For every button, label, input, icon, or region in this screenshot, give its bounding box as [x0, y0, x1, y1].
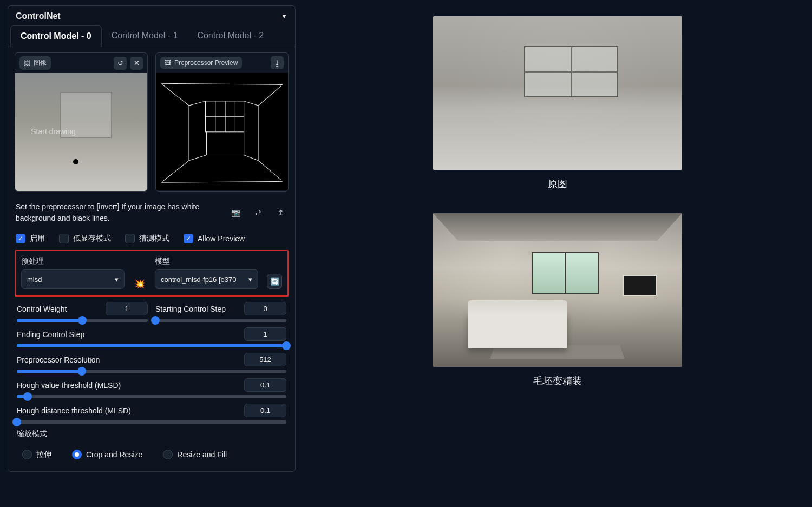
preview-label-pill: 🖼 Preprocessor Preview — [160, 57, 242, 69]
slider-start-step[interactable]: Starting Control Step 0 — [155, 302, 286, 322]
checkbox-allow-preview[interactable]: ✓ Allow Preview — [184, 234, 245, 243]
slider-control-weight[interactable]: Control Weight 1 — [17, 302, 148, 322]
checkbox-guess[interactable]: 猜测模式 — [125, 234, 169, 243]
preproc-label: 预处理 — [21, 256, 125, 266]
tab-model-2[interactable]: Control Model - 2 — [187, 25, 273, 47]
checkbox-lowvram[interactable]: 低显存模式 — [59, 234, 111, 243]
tab-model-0[interactable]: Control Model - 0 — [10, 25, 102, 47]
value-end-step[interactable]: 1 — [244, 327, 286, 341]
chevron-down-icon: ▾ — [248, 275, 252, 284]
image-icon: 🖼 — [165, 59, 171, 67]
swap-icon[interactable]: ⇄ — [252, 207, 265, 218]
value-hough-distance[interactable]: 0.1 — [244, 404, 286, 417]
finished-image — [433, 213, 682, 367]
radio-stretch[interactable]: 拉伸 — [17, 446, 57, 463]
close-icon[interactable]: ✕ — [130, 57, 143, 70]
model-select[interactable]: control_mlsd-fp16 [e370 ▾ — [155, 269, 258, 289]
radio-crop-resize[interactable]: Crop and Resize — [67, 446, 148, 463]
send-up-icon[interactable]: ↥ — [274, 207, 287, 218]
hint-text: Set the preprocessor to [invert] If your… — [16, 201, 219, 224]
refresh-model-button[interactable]: 🔄 — [267, 274, 282, 289]
preview-image — [156, 73, 288, 190]
original-caption: 原图 — [433, 177, 682, 190]
checkbox-enable[interactable]: ✓ 启用 — [16, 234, 45, 243]
slider-hough-value[interactable]: Hough value threshold (MLSD) 0.1 — [17, 378, 286, 398]
panel-title: ControlNet — [16, 11, 61, 21]
value-start-step[interactable]: 0 — [244, 302, 286, 315]
undo-icon[interactable]: ↺ — [114, 57, 127, 70]
preview-image-box: 🖼 Preprocessor Preview ⭳ — [155, 52, 289, 192]
image-icon: 🖼 — [24, 60, 30, 67]
slider-end-step[interactable]: Ending Control Step 1 — [17, 327, 286, 347]
image-label-pill: 🖼 图像 — [19, 56, 51, 70]
finished-caption: 毛坯变精装 — [433, 374, 682, 387]
tabs: Control Model - 0 Control Model - 1 Cont… — [8, 25, 295, 47]
camera-icon[interactable]: 📷 — [229, 207, 242, 218]
slider-hough-distance[interactable]: Hough distance threshold (MLSD) 0.1 — [17, 404, 286, 424]
check-icon: ✓ — [16, 234, 25, 243]
resize-mode-label: 缩放模式 — [17, 429, 286, 439]
value-hough-value[interactable]: 0.1 — [244, 378, 286, 392]
model-label: 模型 — [155, 256, 258, 266]
check-icon: ✓ — [184, 234, 193, 243]
tab-model-1[interactable]: Control Model - 1 — [102, 25, 188, 47]
results-panel: 原图 毛坯变精装 — [303, 0, 812, 507]
value-preproc-res[interactable]: 512 — [244, 353, 286, 366]
source-image[interactable]: Start drawing — [15, 73, 147, 191]
draw-hint: Start drawing — [31, 127, 75, 136]
original-image — [433, 16, 682, 170]
slider-preproc-res[interactable]: Preprocessor Resolution 512 — [17, 353, 286, 373]
value-control-weight[interactable]: 1 — [106, 302, 148, 315]
download-icon[interactable]: ⭳ — [271, 56, 284, 69]
source-image-box[interactable]: 🖼 图像 ↺ ✕ ✎ Start drawing — [15, 52, 148, 192]
radio-resize-fill[interactable]: Resize and Fill — [158, 446, 232, 463]
preproc-select[interactable]: mlsd ▾ — [21, 269, 125, 289]
panel-header[interactable]: ControlNet ▼ — [8, 6, 295, 25]
explosion-icon[interactable]: 💥 — [133, 279, 146, 289]
chevron-down-icon: ▾ — [115, 275, 119, 284]
highlighted-preproc-section: 预处理 mlsd ▾ 💥 模型 control_mlsd-fp16 [e370 … — [15, 250, 289, 297]
collapse-icon: ▼ — [281, 12, 287, 20]
